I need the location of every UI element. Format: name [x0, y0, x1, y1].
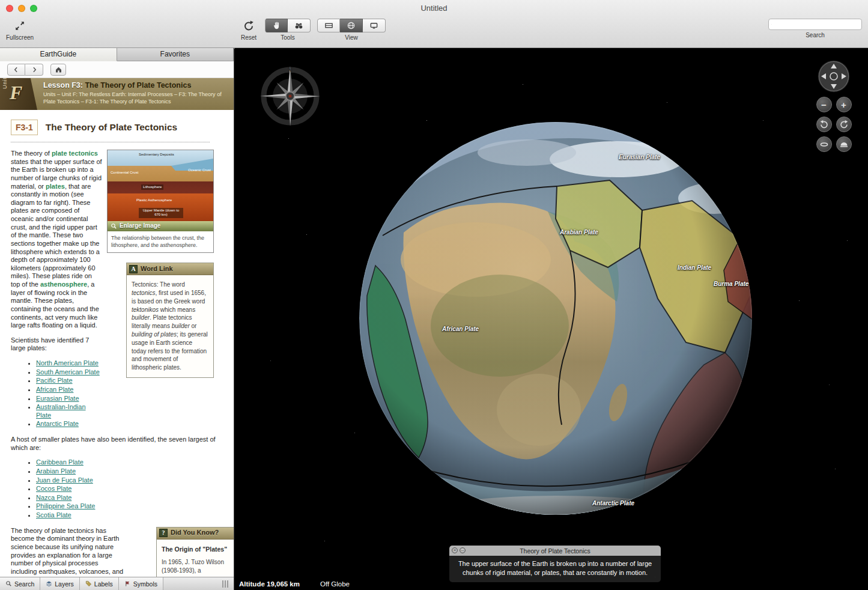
search-input[interactable]: [774, 21, 859, 28]
figure-caption: The relationship between the crust, the …: [108, 231, 213, 252]
lesson-aside-column-2: ? Did You Know? The Origin of "Plates" I…: [130, 527, 234, 577]
info-popup-titlebar[interactable]: × – Theory of Plate Tectonics: [449, 546, 661, 556]
tab-labels[interactable]: Labels: [80, 577, 119, 590]
plate-list-item: Cocos Plate: [36, 485, 228, 493]
enlarge-image-button[interactable]: Enlarge Image: [108, 221, 213, 231]
plate-link[interactable]: Nazca Plate: [36, 494, 71, 501]
pan-tool-button[interactable]: [265, 19, 288, 32]
screen-view-button[interactable]: [363, 19, 386, 32]
close-window-button[interactable]: [6, 5, 13, 12]
plate-link[interactable]: Pacific Plate: [36, 377, 73, 384]
inline-link[interactable]: plate tectonics: [52, 150, 98, 157]
figure-label-mantle: Upper Mantle (down to 670 km): [139, 208, 183, 218]
globe-view-button[interactable]: [340, 19, 363, 32]
plate-link[interactable]: Cocos Plate: [36, 485, 71, 492]
rotate-ccw-icon: [819, 120, 829, 129]
figure-label-sedimentary: Sedimentary Deposits: [139, 153, 174, 157]
plate-list-item: Juan de Fuca Plate: [36, 476, 228, 485]
zoom-in-button[interactable]: +: [836, 97, 852, 112]
plate-link[interactable]: African Plate: [36, 386, 73, 393]
section-number: F3-1: [11, 120, 38, 135]
lesson-number: Lesson F3:: [43, 81, 83, 90]
popup-window-buttons: × –: [452, 547, 466, 553]
plate-list-item: Caribbean Plate: [36, 458, 228, 467]
unit-word: Unit: [2, 77, 8, 89]
plate-link[interactable]: Scotia Plate: [36, 511, 71, 519]
plate-label-burma: Burma Plate: [714, 281, 748, 287]
plate-link[interactable]: South American Plate: [36, 368, 100, 376]
sidebar: EarthGuide Favorites: [0, 48, 234, 590]
plate-link[interactable]: North American Plate: [36, 359, 99, 366]
zoom-out-button[interactable]: −: [816, 97, 832, 112]
crust-diagram-image[interactable]: Sedimentary Deposits Oceanic Crust Conti…: [108, 150, 213, 221]
home-icon: [55, 65, 62, 73]
home-button[interactable]: [50, 64, 66, 76]
lesson-title: The Theory of Plate Tectonics: [85, 81, 191, 90]
history-buttons: [7, 64, 43, 76]
tag-icon: [85, 580, 92, 587]
enlarge-image-label: Enlarge Image: [120, 222, 160, 230]
earth-globe[interactable]: [359, 121, 753, 515]
pan-control[interactable]: [818, 60, 850, 93]
zoom-window-button[interactable]: [30, 5, 37, 12]
toolbar: Fullscreen Reset: [0, 17, 868, 47]
tab-layers-label: Layers: [55, 580, 74, 588]
search-icon: [771, 20, 772, 28]
view-segmented-control: [317, 19, 386, 32]
panel-resize-grip[interactable]: [222, 580, 229, 588]
rotate-cw-button[interactable]: [836, 117, 852, 132]
plate-link[interactable]: Juan de Fuca Plate: [36, 476, 93, 484]
tab-symbols[interactable]: Symbols: [119, 577, 163, 590]
tab-layers[interactable]: Layers: [40, 577, 80, 590]
binoculars-icon: [294, 21, 303, 30]
fullscreen-button[interactable]: [8, 19, 31, 32]
search-label: Search: [806, 32, 825, 38]
plate-link[interactable]: Philippine Sea Plate: [36, 502, 95, 509]
tab-earthguide[interactable]: EarthGuide: [0, 48, 117, 61]
page-title: The Theory of Plate Tectonics: [46, 122, 177, 133]
globe-icon: [347, 21, 356, 30]
globe-viewport[interactable]: Eurasian Plate Arabian Plate Indian Plat…: [234, 48, 868, 590]
flat-view-button[interactable]: [317, 19, 340, 32]
plate-link[interactable]: Australian-Indian Plate: [36, 403, 86, 419]
info-popup: × – Theory of Plate Tectonics The upper …: [449, 546, 661, 582]
unit-letter: F: [10, 82, 22, 104]
inline-link[interactable]: plates: [46, 183, 65, 190]
zoom-in-icon: +: [841, 100, 846, 109]
popup-close-button[interactable]: ×: [452, 547, 458, 553]
sidebar-tabs: EarthGuide Favorites: [0, 48, 234, 61]
forward-button[interactable]: [25, 64, 43, 76]
globe-mode-readout: Off Globe: [320, 580, 350, 588]
word-link-body: Tectonics: The word tectonics, first use…: [127, 275, 213, 377]
titlebar[interactable]: Untitled: [0, 0, 868, 17]
italic-term: tektonikos: [132, 306, 159, 313]
traffic-lights: [6, 5, 37, 12]
plate-link[interactable]: Arabian Plate: [36, 467, 76, 475]
tilt-dome-button[interactable]: [836, 136, 852, 152]
compass-north-label: N: [287, 65, 293, 75]
plate-list-item: Eurasian Plate: [36, 395, 102, 403]
rotate-ccw-button[interactable]: [816, 117, 832, 132]
popup-title: Theory of Plate Tectonics: [449, 547, 661, 555]
tab-favorites[interactable]: Favorites: [117, 48, 234, 61]
paragraph-large-plates: Scientists have identified 7 large plate…: [11, 336, 102, 353]
search-control: Search: [768, 19, 862, 38]
sidebar-bottom-tabs: Search Layers Labels: [0, 577, 234, 590]
plate-link[interactable]: Antarctic Plate: [36, 420, 79, 427]
inspect-tool-button[interactable]: [288, 19, 311, 32]
back-button[interactable]: [7, 64, 25, 76]
plate-link[interactable]: Eurasian Plate: [36, 395, 79, 402]
plate-link[interactable]: Caribbean Plate: [36, 458, 83, 466]
tab-search[interactable]: Search: [0, 577, 40, 590]
toolbar-search-field[interactable]: [768, 19, 862, 30]
zoom-out-icon: −: [821, 100, 827, 109]
popup-minimize-button[interactable]: –: [460, 547, 466, 553]
tab-symbols-label: Symbols: [133, 580, 157, 588]
text-run: , that are constantly in motion (see dia…: [11, 183, 100, 288]
inline-link[interactable]: asthenosphere: [40, 281, 87, 288]
reset-button[interactable]: [237, 19, 260, 32]
plate-list-item: Nazca Plate: [36, 494, 228, 502]
tilt-flat-button[interactable]: [816, 136, 832, 152]
minimize-window-button[interactable]: [18, 5, 25, 12]
section-heading: F3-1 The Theory of Plate Tectonics: [11, 120, 210, 142]
